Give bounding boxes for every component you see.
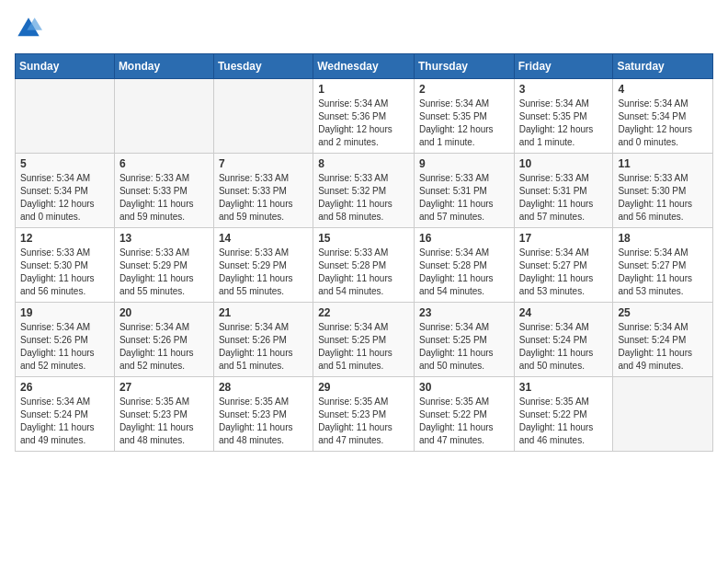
day-info-line: and 48 minutes. <box>119 435 185 445</box>
daylight-hours: Daylight: 11 hours <box>20 422 95 432</box>
day-info: Sunrise: 5:34 AMSunset: 5:28 PMDaylight:… <box>419 247 509 298</box>
weekday-header: Monday <box>114 54 213 79</box>
daylight-hours: Daylight: 11 hours <box>119 348 194 358</box>
sunset-info: Sunset: 5:28 PM <box>419 260 487 270</box>
day-info: Sunrise: 5:33 AMSunset: 5:29 PMDaylight:… <box>119 247 209 298</box>
sunset-info: Sunset: 5:34 PM <box>20 186 88 196</box>
sunrise-info: Sunrise: 5:33 AM <box>119 173 189 183</box>
sunrise-info: Sunrise: 5:34 AM <box>618 98 688 109</box>
daylight-hours: Daylight: 12 hours <box>618 124 692 134</box>
sunset-info: Sunset: 5:30 PM <box>20 260 88 270</box>
sunset-info: Sunset: 5:26 PM <box>119 335 188 345</box>
daylight-hours: Daylight: 11 hours <box>419 273 494 283</box>
day-number: 12 <box>20 232 109 245</box>
day-info: Sunrise: 5:33 AMSunset: 5:31 PMDaylight:… <box>519 172 609 224</box>
calendar-cell: 1Sunrise: 5:34 AMSunset: 5:36 PMDaylight… <box>313 79 415 154</box>
day-info-line: and 50 minutes. <box>519 361 585 371</box>
day-info-line: and 46 minutes. <box>519 435 585 445</box>
sunrise-info: Sunrise: 5:33 AM <box>20 247 90 258</box>
day-info: Sunrise: 5:33 AMSunset: 5:29 PMDaylight:… <box>219 247 308 298</box>
calendar-cell: 2Sunrise: 5:34 AMSunset: 5:35 PMDaylight… <box>414 79 514 154</box>
daylight-hours: Daylight: 11 hours <box>219 199 293 209</box>
sunrise-info: Sunrise: 5:34 AM <box>419 322 489 332</box>
sunrise-info: Sunrise: 5:33 AM <box>318 247 388 258</box>
daylight-hours: Daylight: 11 hours <box>519 273 594 283</box>
sunrise-info: Sunrise: 5:34 AM <box>519 247 589 258</box>
calendar-cell: 21Sunrise: 5:34 AMSunset: 5:26 PMDayligh… <box>213 303 313 377</box>
sunset-info: Sunset: 5:32 PM <box>318 186 386 196</box>
sunrise-info: Sunrise: 5:33 AM <box>419 173 489 183</box>
day-number: 28 <box>219 381 308 394</box>
calendar-cell: 14Sunrise: 5:33 AMSunset: 5:29 PMDayligh… <box>213 228 313 303</box>
day-info-line: and 52 minutes. <box>119 361 185 371</box>
calendar-cell: 29Sunrise: 5:35 AMSunset: 5:23 PMDayligh… <box>313 377 415 452</box>
day-info-line: and 49 minutes. <box>618 361 683 371</box>
daylight-hours: Daylight: 11 hours <box>618 273 692 283</box>
sunset-info: Sunset: 5:33 PM <box>219 186 287 196</box>
daylight-hours: Daylight: 11 hours <box>20 273 95 283</box>
sunset-info: Sunset: 5:30 PM <box>618 186 686 196</box>
sunset-info: Sunset: 5:22 PM <box>519 409 587 419</box>
day-number: 1 <box>318 83 409 96</box>
day-info-line: and 48 minutes. <box>219 435 284 445</box>
weekday-header: Thursday <box>414 54 514 79</box>
calendar-cell: 31Sunrise: 5:35 AMSunset: 5:22 PMDayligh… <box>514 377 613 452</box>
sunset-info: Sunset: 5:31 PM <box>519 186 587 196</box>
calendar-cell <box>613 377 713 452</box>
sunrise-info: Sunrise: 5:34 AM <box>618 322 688 332</box>
day-info-line: and 54 minutes. <box>318 286 383 296</box>
weekday-header: Tuesday <box>213 54 313 79</box>
day-number: 16 <box>419 232 509 245</box>
sunrise-info: Sunrise: 5:34 AM <box>20 322 90 332</box>
day-info-line: and 54 minutes. <box>419 286 484 296</box>
calendar-cell: 18Sunrise: 5:34 AMSunset: 5:27 PMDayligh… <box>613 228 713 303</box>
sunrise-info: Sunrise: 5:33 AM <box>318 173 388 183</box>
day-number: 7 <box>219 157 308 170</box>
day-info: Sunrise: 5:34 AMSunset: 5:35 PMDaylight:… <box>519 98 609 149</box>
calendar-cell: 16Sunrise: 5:34 AMSunset: 5:28 PMDayligh… <box>414 228 514 303</box>
day-number: 21 <box>219 306 308 319</box>
daylight-hours: Daylight: 11 hours <box>519 348 594 358</box>
day-number: 30 <box>419 381 509 394</box>
day-info: Sunrise: 5:33 AMSunset: 5:33 PMDaylight:… <box>219 172 308 224</box>
calendar-cell: 7Sunrise: 5:33 AMSunset: 5:33 PMDaylight… <box>213 154 313 228</box>
calendar-cell: 6Sunrise: 5:33 AMSunset: 5:33 PMDaylight… <box>114 154 213 228</box>
daylight-hours: Daylight: 11 hours <box>219 348 293 358</box>
calendar-cell: 12Sunrise: 5:33 AMSunset: 5:30 PMDayligh… <box>16 228 115 303</box>
calendar-week-row: 1Sunrise: 5:34 AMSunset: 5:36 PMDaylight… <box>16 79 713 154</box>
day-info-line: and 1 minute. <box>519 137 575 147</box>
day-info-line: and 59 minutes. <box>219 212 284 222</box>
sunset-info: Sunset: 5:25 PM <box>419 335 487 345</box>
calendar-cell: 24Sunrise: 5:34 AMSunset: 5:24 PMDayligh… <box>514 303 613 377</box>
day-info: Sunrise: 5:35 AMSunset: 5:23 PMDaylight:… <box>318 396 409 447</box>
day-number: 6 <box>119 157 209 170</box>
day-info: Sunrise: 5:34 AMSunset: 5:26 PMDaylight:… <box>20 321 109 373</box>
day-info-line: and 53 minutes. <box>519 286 585 296</box>
daylight-hours: Daylight: 11 hours <box>119 273 194 283</box>
sunrise-info: Sunrise: 5:35 AM <box>419 396 489 407</box>
daylight-hours: Daylight: 11 hours <box>119 199 194 209</box>
calendar-cell: 13Sunrise: 5:33 AMSunset: 5:29 PMDayligh… <box>114 228 213 303</box>
calendar-cell: 3Sunrise: 5:34 AMSunset: 5:35 PMDaylight… <box>514 79 613 154</box>
sunrise-info: Sunrise: 5:34 AM <box>318 98 388 109</box>
day-info-line: and 51 minutes. <box>318 361 383 371</box>
day-info-line: and 49 minutes. <box>20 435 85 445</box>
day-number: 29 <box>318 381 409 394</box>
sunset-info: Sunset: 5:27 PM <box>519 260 587 270</box>
daylight-hours: Daylight: 12 hours <box>318 124 392 134</box>
calendar-cell: 10Sunrise: 5:33 AMSunset: 5:31 PMDayligh… <box>514 154 613 228</box>
day-number: 5 <box>20 157 109 170</box>
day-info: Sunrise: 5:34 AMSunset: 5:26 PMDaylight:… <box>219 321 308 373</box>
sunset-info: Sunset: 5:25 PM <box>318 335 386 345</box>
day-info-line: and 56 minutes. <box>20 286 85 296</box>
day-number: 23 <box>419 306 509 319</box>
weekday-header: Sunday <box>16 54 115 79</box>
sunset-info: Sunset: 5:28 PM <box>318 260 386 270</box>
sunset-info: Sunset: 5:27 PM <box>618 260 686 270</box>
day-info: Sunrise: 5:34 AMSunset: 5:35 PMDaylight:… <box>419 98 509 149</box>
day-info-line: and 0 minutes. <box>20 212 81 222</box>
sunset-info: Sunset: 5:24 PM <box>618 335 686 345</box>
day-number: 14 <box>219 232 308 245</box>
sunrise-info: Sunrise: 5:34 AM <box>219 322 289 332</box>
day-number: 10 <box>519 157 609 170</box>
